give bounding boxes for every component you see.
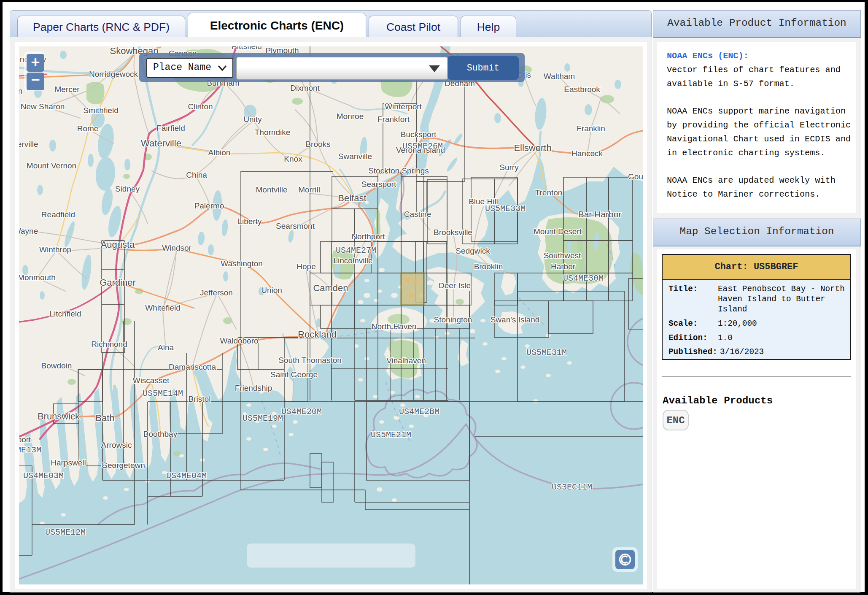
svg-text:Bath: Bath bbox=[95, 413, 114, 423]
svg-text:US4ME04M: US4ME04M bbox=[166, 471, 207, 481]
svg-text:North Haven: North Haven bbox=[372, 322, 417, 331]
svg-text:Liberty: Liberty bbox=[237, 217, 262, 226]
svg-text:US5ME31M: US5ME31M bbox=[526, 348, 567, 357]
svg-text:Trenton: Trenton bbox=[535, 188, 563, 197]
svg-text:Bucksport: Bucksport bbox=[401, 130, 437, 139]
svg-text:Wiscasset: Wiscasset bbox=[133, 376, 170, 385]
svg-text:US5ME33M: US5ME33M bbox=[485, 204, 526, 214]
svg-text:US4ME20M: US4ME20M bbox=[281, 407, 322, 416]
svg-text:n: n bbox=[19, 87, 22, 95]
svg-text:Brooklin: Brooklin bbox=[474, 262, 503, 271]
svg-text:Saint George: Saint George bbox=[270, 370, 318, 379]
svg-text:Swan's Island: Swan's Island bbox=[491, 315, 540, 324]
svg-text:Dixmont: Dixmont bbox=[290, 84, 320, 92]
svg-text:Arrowsic: Arrowsic bbox=[101, 441, 132, 449]
svg-text:US5ME21M: US5ME21M bbox=[371, 430, 411, 440]
svg-text:Franklin: Franklin bbox=[577, 124, 605, 133]
svg-text:Unity: Unity bbox=[243, 115, 262, 124]
svg-text:Montville: Montville bbox=[256, 185, 288, 194]
svg-text:Morrill: Morrill bbox=[298, 185, 320, 194]
svg-text:China: China bbox=[186, 170, 207, 179]
svg-text:US4ME30M: US4ME30M bbox=[563, 273, 604, 283]
svg-text:Surry: Surry bbox=[499, 163, 519, 172]
svg-text:Union: Union bbox=[261, 286, 282, 295]
svg-text:US3EC11M: US3EC11M bbox=[552, 482, 592, 492]
svg-text:Belfast: Belfast bbox=[338, 193, 366, 203]
svg-text:Northport: Northport bbox=[351, 232, 385, 241]
svg-text:Boothbay: Boothbay bbox=[143, 430, 178, 438]
svg-text:Clinton: Clinton bbox=[188, 102, 213, 111]
svg-text:Lincolnville: Lincolnville bbox=[334, 256, 373, 265]
svg-text:Bowdoin: Bowdoin bbox=[41, 361, 72, 370]
svg-text:Sidney: Sidney bbox=[115, 184, 140, 193]
svg-text:Vinalhaven: Vinalhaven bbox=[386, 356, 426, 365]
svg-text:US4ME03M: US4ME03M bbox=[23, 471, 64, 481]
svg-text:Whitefield: Whitefield bbox=[145, 303, 180, 312]
svg-text:Harpswell: Harpswell bbox=[51, 458, 86, 467]
svg-text:South Thomaston: South Thomaston bbox=[278, 356, 342, 365]
svg-text:ME13M: ME13M bbox=[19, 445, 41, 455]
svg-text:Ellsworth: Ellsworth bbox=[514, 143, 551, 153]
svg-text:US5ME12M: US5ME12M bbox=[45, 527, 86, 537]
svg-text:Waltham: Waltham bbox=[544, 72, 575, 81]
svg-text:Hope: Hope bbox=[297, 262, 315, 271]
svg-text:Frankfort: Frankfort bbox=[377, 115, 410, 124]
svg-text:US5ME26M: US5ME26M bbox=[402, 141, 443, 151]
svg-text:terville: terville bbox=[19, 140, 38, 149]
svg-text:New Sharon: New Sharon bbox=[21, 102, 65, 111]
svg-text:Gou: Gou bbox=[628, 172, 643, 181]
svg-text:Pittsfield: Pittsfield bbox=[232, 46, 262, 51]
svg-text:Camden: Camden bbox=[313, 283, 348, 293]
svg-text:Brunswick: Brunswick bbox=[38, 411, 80, 422]
svg-text:Palermo: Palermo bbox=[194, 201, 224, 210]
svg-text:Richmond: Richmond bbox=[91, 340, 127, 349]
svg-text:Eastbrook: Eastbrook bbox=[564, 85, 600, 94]
svg-text:Waterville: Waterville bbox=[141, 138, 181, 149]
svg-text:Monroe: Monroe bbox=[337, 112, 364, 121]
svg-text:Winthrop: Winthrop bbox=[39, 245, 71, 254]
svg-text:Smithfield: Smithfield bbox=[83, 106, 118, 115]
svg-text:Southwest: Southwest bbox=[544, 251, 581, 260]
svg-text:Mercer: Mercer bbox=[54, 85, 80, 94]
svg-text:Washington: Washington bbox=[221, 259, 263, 268]
svg-text:Brooks: Brooks bbox=[305, 140, 330, 149]
svg-text:Swanville: Swanville bbox=[338, 152, 372, 161]
svg-text:Fairfield: Fairfield bbox=[156, 124, 185, 133]
svg-text:Bar Harbor: Bar Harbor bbox=[578, 209, 622, 219]
svg-text:Rome: Rome bbox=[77, 124, 99, 133]
svg-text:US4ME2BM: US4ME2BM bbox=[399, 407, 439, 416]
svg-text:Rockland: Rockland bbox=[298, 329, 337, 340]
svg-text:Brooksville: Brooksville bbox=[434, 228, 472, 237]
svg-text:Jefferson: Jefferson bbox=[200, 288, 233, 297]
svg-text:Windsor: Windsor bbox=[162, 243, 191, 252]
svg-text:Litchfield: Litchfield bbox=[50, 309, 81, 318]
svg-text:Winterport: Winterport bbox=[385, 102, 422, 111]
svg-text:Knox: Knox bbox=[284, 154, 302, 163]
svg-text:Wayne: Wayne bbox=[19, 227, 38, 235]
svg-text:Albion: Albion bbox=[208, 148, 231, 157]
svg-text:Augusta: Augusta bbox=[101, 239, 135, 250]
svg-text:Searsmont: Searsmont bbox=[276, 222, 315, 230]
svg-text:Mount Desert: Mount Desert bbox=[534, 227, 582, 236]
svg-text:Castine: Castine bbox=[404, 210, 431, 219]
svg-text:Sedgwick: Sedgwick bbox=[456, 246, 490, 255]
svg-text:Alna: Alna bbox=[158, 343, 174, 352]
svg-text:port: port bbox=[19, 435, 31, 444]
svg-text:Hancock: Hancock bbox=[571, 149, 603, 158]
svg-text:Readfield: Readfield bbox=[41, 210, 75, 219]
svg-text:Georgetown: Georgetown bbox=[101, 461, 145, 470]
svg-text:Mount Vernon: Mount Vernon bbox=[27, 161, 76, 170]
svg-text:Bristol: Bristol bbox=[189, 395, 211, 403]
svg-text:Waldoboro: Waldoboro bbox=[220, 336, 258, 345]
svg-text:Thorndike: Thorndike bbox=[255, 128, 291, 137]
svg-text:Monmouth: Monmouth bbox=[19, 273, 56, 282]
svg-text:Searsport: Searsport bbox=[361, 180, 396, 189]
svg-text:Harbor: Harbor bbox=[551, 262, 576, 271]
svg-text:Damariscotta: Damariscotta bbox=[169, 362, 216, 371]
svg-text:Stonington: Stonington bbox=[434, 315, 472, 324]
svg-text:Norridgewock: Norridgewock bbox=[89, 70, 138, 78]
svg-text:US5ME14M: US5ME14M bbox=[143, 389, 183, 398]
svg-text:Stockton Springs: Stockton Springs bbox=[368, 166, 429, 175]
svg-text:US4ME27M: US4ME27M bbox=[336, 246, 376, 255]
svg-text:US5ME19M: US5ME19M bbox=[243, 414, 283, 423]
